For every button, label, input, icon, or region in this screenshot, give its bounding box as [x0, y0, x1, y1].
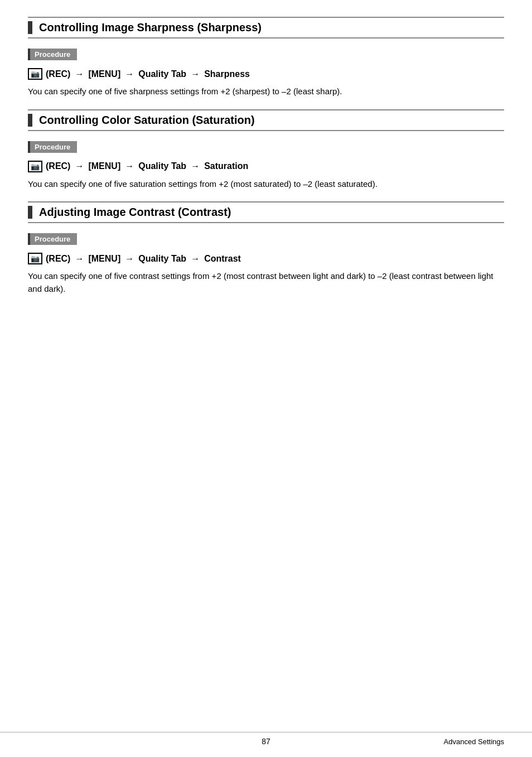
arrow3-contrast: → — [191, 254, 200, 264]
page-content: Controlling Image Sharpness (Sharpness) … — [0, 0, 532, 351]
path-quality-saturation: Quality Tab — [138, 161, 186, 171]
heading-bar-saturation — [28, 114, 32, 127]
heading-bar — [28, 21, 32, 34]
path-line-sharpness: 📷 (REC) → [MENU] → Quality Tab → Sharpne… — [28, 68, 504, 80]
arrow2-saturation: → — [125, 161, 134, 171]
arrow2-contrast: → — [125, 254, 134, 264]
heading-text-saturation: Controlling Color Saturation (Saturation… — [39, 114, 255, 127]
section-heading-sharpness: Controlling Image Sharpness (Sharpness) — [28, 17, 504, 38]
procedure-label-sharpness: Procedure — [35, 50, 70, 59]
path-line-saturation: 📷 (REC) → [MENU] → Quality Tab → Saturat… — [28, 161, 504, 172]
procedure-label-contrast: Procedure — [35, 235, 70, 243]
path-rec-saturation: (REC) — [46, 161, 70, 171]
path-rec-sharpness: (REC) — [46, 69, 70, 79]
path-final-sharpness: Sharpness — [204, 69, 250, 79]
procedure-badge-saturation: Procedure — [28, 141, 77, 153]
path-menu-contrast: [MENU] — [88, 254, 120, 264]
arrow2-sharpness: → — [125, 69, 134, 79]
arrow3-saturation: → — [191, 161, 200, 171]
section-saturation: Controlling Color Saturation (Saturation… — [28, 109, 504, 191]
body-text-sharpness: You can specify one of five sharpness se… — [28, 85, 504, 98]
section-heading-contrast: Adjusting Image Contrast (Contrast) — [28, 201, 504, 223]
body-text-saturation: You can specify one of five saturation s… — [28, 178, 504, 191]
path-menu-saturation: [MENU] — [88, 161, 120, 171]
path-final-saturation: Saturation — [204, 161, 248, 171]
arrow1-saturation: → — [75, 161, 84, 171]
body-text-contrast: You can specify one of five contrast set… — [28, 270, 504, 295]
arrow1-contrast: → — [75, 254, 84, 264]
arrow1-sharpness: → — [75, 69, 84, 79]
arrow3-sharpness: → — [191, 69, 200, 79]
camera-icon-contrast: 📷 — [28, 253, 42, 264]
page-footer: 87 Advanced Settings — [0, 732, 532, 746]
path-final-contrast: Contrast — [204, 254, 241, 264]
camera-icon-sharpness: 📷 — [28, 68, 42, 80]
path-menu-sharpness: [MENU] — [88, 69, 120, 79]
procedure-label-saturation: Procedure — [35, 143, 70, 151]
section-contrast: Adjusting Image Contrast (Contrast) Proc… — [28, 201, 504, 295]
heading-text-sharpness: Controlling Image Sharpness (Sharpness) — [39, 21, 262, 34]
path-rec-contrast: (REC) — [46, 254, 70, 264]
path-line-contrast: 📷 (REC) → [MENU] → Quality Tab → Contras… — [28, 253, 504, 264]
path-quality-contrast: Quality Tab — [138, 254, 186, 264]
camera-icon-saturation: 📷 — [28, 161, 42, 172]
path-quality-sharpness: Quality Tab — [138, 69, 186, 79]
procedure-badge-sharpness: Procedure — [28, 49, 77, 60]
section-sharpness: Controlling Image Sharpness (Sharpness) … — [28, 17, 504, 98]
procedure-badge-contrast: Procedure — [28, 233, 77, 245]
heading-bar-contrast — [28, 206, 32, 219]
footer-right-text: Advanced Settings — [444, 737, 504, 746]
section-heading-saturation: Controlling Color Saturation (Saturation… — [28, 109, 504, 131]
heading-text-contrast: Adjusting Image Contrast (Contrast) — [39, 206, 231, 219]
